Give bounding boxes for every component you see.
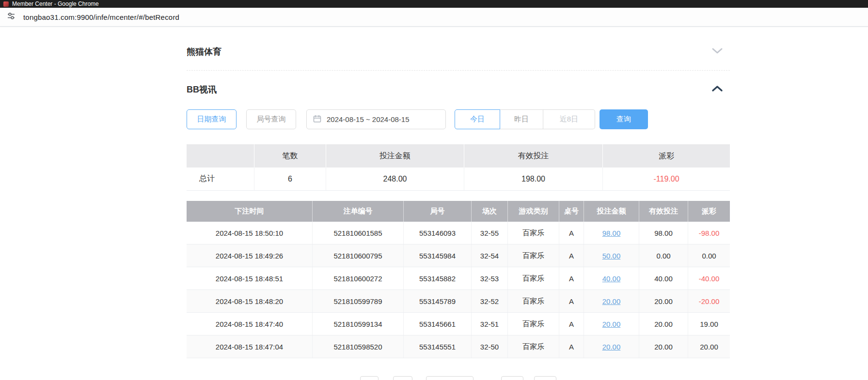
- tune-icon[interactable]: [6, 11, 16, 23]
- session-cell: 32-52: [472, 290, 508, 312]
- url-text[interactable]: tongbao31.com:9900/infe/mcenter/#/betRec…: [23, 13, 179, 21]
- table-row: 2024-08-15 18:47:40 521810599134 5531456…: [187, 313, 730, 335]
- table-row: 2024-08-15 18:48:20 521810599789 5531457…: [187, 290, 730, 313]
- table-no-cell: A: [559, 313, 584, 335]
- session-cell: 32-53: [472, 267, 508, 289]
- table-no-cell: A: [559, 267, 584, 289]
- session-cell: 32-51: [472, 313, 508, 335]
- bet-time-cell: 2024-08-15 18:47:40: [187, 313, 313, 335]
- bet-no-cell: 521810601585: [313, 222, 404, 244]
- url-bar[interactable]: tongbao31.com:9900/infe/mcenter/#/betRec…: [0, 8, 868, 27]
- session-cell: 32-50: [472, 335, 508, 358]
- table-row: 2024-08-15 18:50:10 521810601585 5531460…: [187, 222, 730, 244]
- bet-amount-link[interactable]: 20.00: [584, 335, 639, 358]
- game-type-cell: 百家乐: [508, 313, 559, 335]
- chevron-down-icon[interactable]: [711, 47, 723, 56]
- payout-cell: 0.00: [688, 244, 730, 267]
- col-header-bet-no: 注单编号: [313, 201, 404, 222]
- table-no-cell: A: [559, 244, 584, 267]
- valid-bet-cell: 40.00: [639, 267, 688, 289]
- date-range-value: 2024-08-15 ~ 2024-08-15: [327, 115, 410, 123]
- table-row: 2024-08-15 18:48:51 521810600272 5531458…: [187, 267, 730, 290]
- bet-no-cell: 521810600795: [313, 244, 404, 267]
- summary-payout-value: -119.00: [603, 167, 730, 190]
- window-titlebar: Member Center - Google Chrome: [0, 0, 868, 8]
- search-button[interactable]: 查询: [600, 109, 648, 129]
- today-button[interactable]: 今日: [455, 109, 500, 129]
- summary-bet-amount-value: 248.00: [326, 167, 464, 190]
- bet-record-page: 熊猫体育 BB视讯 日期查询 局号查询: [187, 27, 730, 380]
- summary-total-row: 总计 6 248.00 198.00 -119.00: [187, 167, 730, 191]
- section-bb-video[interactable]: BB视讯: [187, 81, 730, 98]
- payout-cell: -20.00: [688, 290, 730, 312]
- payout-cell: -40.00: [688, 267, 730, 289]
- round-no-cell: 553145551: [404, 335, 472, 358]
- bet-time-cell: 2024-08-15 18:49:26: [187, 244, 313, 267]
- round-query-button[interactable]: 局号查询: [246, 109, 296, 129]
- summary-col-count: 笔数: [254, 144, 326, 167]
- table-no-cell: A: [559, 222, 584, 244]
- round-no-cell: 553145882: [404, 267, 472, 289]
- col-header-game-type: 游戏类别: [508, 201, 559, 222]
- last-8-days-button[interactable]: 近8日: [543, 109, 595, 129]
- col-header-session: 场次: [472, 201, 508, 222]
- bet-time-cell: 2024-08-15 18:48:51: [187, 267, 313, 289]
- table-row: 2024-08-15 18:47:04 521810598520 5531455…: [187, 335, 730, 358]
- pagination-page-button[interactable]: [393, 376, 412, 380]
- pagination-jump-button[interactable]: [534, 376, 556, 380]
- col-header-payout: 派彩: [688, 201, 730, 222]
- bet-no-cell: 521810598520: [313, 335, 404, 358]
- bet-time-cell: 2024-08-15 18:50:10: [187, 222, 313, 244]
- table-body: 2024-08-15 18:50:10 521810601585 5531460…: [187, 222, 730, 358]
- payout-cell: 19.00: [688, 313, 730, 335]
- bet-amount-link[interactable]: 50.00: [584, 244, 639, 267]
- valid-bet-cell: 20.00: [639, 313, 688, 335]
- summary-col-payout: 派彩: [603, 144, 730, 167]
- game-type-cell: 百家乐: [508, 222, 559, 244]
- valid-bet-cell: 20.00: [639, 335, 688, 358]
- col-header-valid-bet: 有效投注: [639, 201, 688, 222]
- date-range-input[interactable]: 2024-08-15 ~ 2024-08-15: [306, 109, 446, 129]
- yesterday-button[interactable]: 昨日: [500, 109, 543, 129]
- bet-no-cell: 521810599789: [313, 290, 404, 312]
- section-divider: [187, 70, 730, 71]
- payout-cell: 20.00: [688, 335, 730, 358]
- bet-amount-link[interactable]: 20.00: [584, 313, 639, 335]
- pagination-page-size-select[interactable]: [426, 376, 473, 380]
- summary-header-row: 笔数 投注金额 有效投注 派彩: [187, 144, 730, 167]
- pagination-next-button[interactable]: [501, 376, 523, 380]
- summary-col-bet-amount: 投注金额: [326, 144, 464, 167]
- app-icon: [3, 1, 9, 7]
- round-no-cell: 553145661: [404, 313, 472, 335]
- summary-total-label: 总计: [187, 167, 254, 190]
- valid-bet-cell: 98.00: [639, 222, 688, 244]
- game-type-cell: 百家乐: [508, 335, 559, 358]
- bet-time-cell: 2024-08-15 18:48:20: [187, 290, 313, 312]
- section-panda-sports[interactable]: 熊猫体育: [187, 43, 730, 61]
- browser-window: Member Center - Google Chrome tongbao31.…: [0, 0, 868, 380]
- game-type-cell: 百家乐: [508, 244, 559, 267]
- round-no-cell: 553146093: [404, 222, 472, 244]
- pagination: [187, 376, 730, 380]
- round-no-cell: 553145789: [404, 290, 472, 312]
- valid-bet-cell: 0.00: [639, 244, 688, 267]
- calendar-icon: [313, 115, 321, 124]
- table-no-cell: A: [559, 290, 584, 312]
- date-query-button[interactable]: 日期查询: [187, 109, 237, 129]
- table-header-row: 下注时间 注单编号 局号 场次 游戏类别 桌号 投注金额 有效投注 派彩: [187, 201, 730, 222]
- game-type-cell: 百家乐: [508, 290, 559, 312]
- bet-amount-link[interactable]: 98.00: [584, 222, 639, 244]
- bet-no-cell: 521810600272: [313, 267, 404, 289]
- summary-valid-bet-value: 198.00: [464, 167, 603, 190]
- col-header-round-no: 局号: [404, 201, 472, 222]
- section-title-panda: 熊猫体育: [187, 46, 221, 58]
- summary-count-value: 6: [254, 167, 326, 190]
- bet-amount-link[interactable]: 40.00: [584, 267, 639, 289]
- table-row: 2024-08-15 18:49:26 521810600795 5531459…: [187, 244, 730, 267]
- window-title: Member Center - Google Chrome: [12, 0, 99, 7]
- section-title-bb: BB视讯: [187, 84, 217, 95]
- chevron-up-icon[interactable]: [711, 85, 723, 94]
- bet-amount-link[interactable]: 20.00: [584, 290, 639, 312]
- col-header-bet-time: 下注时间: [187, 201, 313, 222]
- pagination-prev-button[interactable]: [360, 376, 379, 380]
